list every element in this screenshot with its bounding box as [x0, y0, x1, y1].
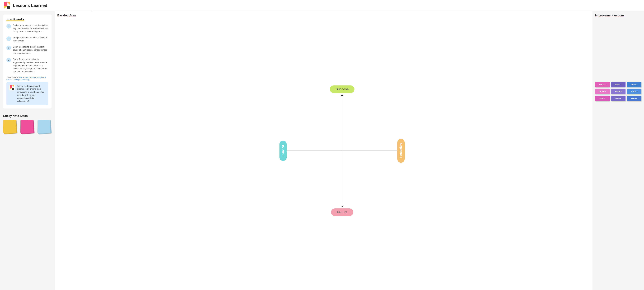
success-label: Success	[330, 85, 354, 93]
step-2: 2 Bring the lessons from the backlog to …	[6, 36, 48, 42]
svg-marker-4	[8, 6, 10, 9]
step-number-2: 2	[6, 37, 11, 41]
improvement-title: Improvement Actions	[595, 14, 642, 17]
action-card-who-purple[interactable]: Who?	[611, 96, 626, 101]
action-cards-section: What? What? What? When? When? When?	[595, 82, 642, 101]
sticky-stash-section: Sticky Note Stash	[3, 114, 52, 134]
horizontal-axis	[286, 151, 398, 151]
logo-icon	[3, 2, 11, 10]
diagram-panel: Success Failure Planned Unplanned	[92, 11, 592, 290]
svg-marker-6	[10, 85, 12, 88]
blue-note-1[interactable]	[38, 120, 50, 133]
page-title: Lessons Learned	[13, 3, 47, 8]
step-4: 4 Every Time a good action is suggested …	[6, 58, 48, 73]
pink-note-1[interactable]	[20, 120, 33, 133]
pink-sticky-stack[interactable]	[20, 120, 34, 134]
planned-label: Planned	[280, 140, 287, 161]
step-text-3: Open a debate to identify the root cause…	[13, 45, 48, 55]
step-text-2: Bring the lessons from the backlog to th…	[13, 36, 48, 42]
action-card-what-pink[interactable]: What?	[595, 82, 610, 87]
left-panel: How it works 1 Gather your team and use …	[0, 11, 55, 290]
unplanned-label: Unplanned	[397, 139, 404, 163]
invite-text: Get the full Conceptboard experience by …	[17, 85, 46, 103]
step-3: 3 Open a debate to identify the root cau…	[6, 45, 48, 55]
main-layout: How it works 1 Gather your team and use …	[0, 11, 644, 290]
how-it-works-section: How it works 1 Gather your team and use …	[3, 15, 52, 109]
action-card-when-purple[interactable]: When?	[611, 89, 626, 94]
svg-marker-1	[4, 3, 8, 6]
action-grid: What? What? What? When? When? When?	[595, 82, 642, 101]
action-card-who-blue[interactable]: Who?	[627, 96, 642, 101]
action-card-who-pink[interactable]: Who?	[595, 96, 610, 101]
action-card-what-blue[interactable]: What?	[627, 82, 642, 87]
backlog-title: Backlog Area	[57, 14, 89, 17]
stash-title: Sticky Note Stash	[3, 114, 52, 118]
action-card-what-purple[interactable]: What?	[611, 82, 626, 87]
backlog-panel: Backlog Area	[55, 11, 92, 290]
how-it-works-title: How it works	[6, 18, 48, 21]
right-panel: Improvement Actions What? What? What? Wh…	[592, 11, 644, 290]
action-card-when-pink[interactable]: When?	[595, 89, 610, 94]
action-card-when-blue[interactable]: When?	[627, 89, 642, 94]
learn-more: Learn more at The lessons learned templa…	[6, 76, 48, 81]
step-number-3: 3	[6, 46, 11, 50]
step-number-1: 1	[6, 24, 11, 29]
conceptboard-logo	[9, 85, 15, 90]
yellow-sticky-stack[interactable]	[3, 120, 17, 134]
step-1: 1 Gather your team and use the stickies …	[6, 24, 48, 33]
invite-box: Get the full Conceptboard experience by …	[6, 82, 48, 105]
step-text-1: Gather your team and use the stickies to…	[13, 24, 48, 33]
header: Lessons Learned	[0, 0, 644, 11]
failure-label: Failure	[331, 208, 353, 216]
sticky-stacks	[3, 120, 52, 134]
svg-marker-9	[12, 88, 14, 90]
yellow-note-1[interactable]	[3, 120, 16, 133]
blue-sticky-stack[interactable]	[38, 120, 52, 134]
step-number-4: 4	[6, 58, 11, 62]
axis-container: Success Failure Planned Unplanned	[286, 94, 398, 207]
step-text-4: Every Time a good action is suggested by…	[13, 58, 48, 73]
